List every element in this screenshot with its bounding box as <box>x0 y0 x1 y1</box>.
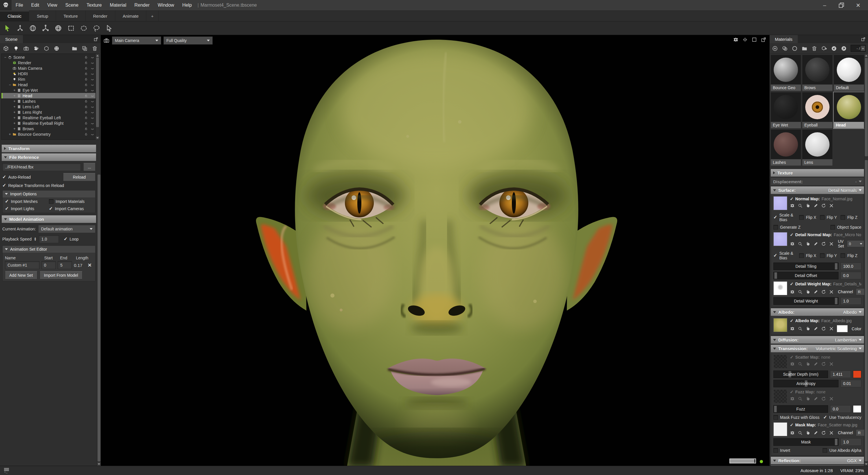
tool-rotate-icon[interactable] <box>28 23 38 33</box>
loop-checkbox[interactable]: ✓Loop <box>64 237 79 241</box>
minimize-button[interactable]: – <box>821 2 828 9</box>
tab-materials[interactable]: Materials <box>770 35 798 43</box>
lock-icon[interactable] <box>83 61 89 64</box>
tree-expander[interactable]: + <box>12 121 17 125</box>
map-thumbnail[interactable] <box>773 389 787 403</box>
slider-value-input[interactable]: 0.0 <box>840 272 861 279</box>
map-thumbnail[interactable] <box>773 232 787 246</box>
section-header-surface[interactable]: Surface:Detail Normals <box>771 186 864 194</box>
animation-end-input[interactable]: 5 <box>58 261 72 269</box>
menu-help[interactable]: Help <box>178 3 196 8</box>
lock-icon[interactable] <box>83 110 89 114</box>
menu-material[interactable]: Material <box>106 3 130 8</box>
lock-icon[interactable] <box>83 127 89 130</box>
lock-icon[interactable] <box>83 88 89 92</box>
tool-sphere-icon[interactable] <box>53 23 63 33</box>
map-thumbnail[interactable] <box>773 422 787 436</box>
reload-icon[interactable] <box>821 203 826 208</box>
clear-icon[interactable] <box>829 396 834 401</box>
section-header-transmission[interactable]: Transmission:Volumetric Scattering <box>771 345 864 352</box>
color-swatch[interactable] <box>853 405 861 413</box>
edit-icon[interactable] <box>813 396 818 401</box>
settings-icon[interactable] <box>790 431 795 435</box>
settings-icon[interactable] <box>790 290 795 294</box>
edit-icon[interactable] <box>813 431 818 435</box>
visibility-eye-icon[interactable] <box>89 72 95 76</box>
menu-view[interactable]: View <box>43 3 61 8</box>
section-mode-select[interactable]: Lambertian <box>835 337 862 343</box>
zoom-icon[interactable] <box>798 290 803 294</box>
clear-icon[interactable] <box>829 203 834 208</box>
import-options-header[interactable]: Import Options <box>3 190 95 198</box>
viewport-camera-select[interactable]: Main Camera <box>112 36 161 44</box>
section-header-displacement[interactable]: Displacement:- <box>771 178 864 185</box>
preview-sphere-icon[interactable] <box>806 326 810 331</box>
clear-icon[interactable] <box>829 241 834 246</box>
tree-item-scene[interactable]: −Scene <box>1 54 95 60</box>
file-path-input[interactable]: ../FBX/Head.fbx <box>2 163 81 171</box>
animation-name-input[interactable]: Custom #1 <box>5 261 40 269</box>
map-enabled-checkmark[interactable]: ✓ <box>790 422 794 427</box>
slider-detail-offset[interactable]: Detail Offset <box>773 272 838 279</box>
scroll-down-icon[interactable] <box>865 462 868 466</box>
panel-splitter[interactable] <box>0 140 101 144</box>
zoom-icon[interactable] <box>798 326 803 331</box>
mat-extract-icon[interactable] <box>821 46 827 52</box>
slider-value-input[interactable]: 0.0 <box>830 405 851 413</box>
section-mode-select[interactable]: GGX <box>847 458 862 463</box>
light-bulb-icon[interactable] <box>13 46 19 52</box>
button-add-new-set[interactable]: Add New Set <box>5 271 37 279</box>
console-icon[interactable]: ›_ <box>4 468 9 473</box>
map-enabled-checkmark[interactable]: ✓ <box>790 389 794 394</box>
tool-marquee-icon[interactable] <box>66 23 76 33</box>
tree-item-lens-left[interactable]: +Lens Left <box>1 104 95 110</box>
material-lashes[interactable]: Lashes <box>771 130 801 166</box>
filter-plus-button[interactable]: + <box>861 46 865 51</box>
browse-button[interactable]: ... <box>83 163 95 171</box>
viewport-gear-icon[interactable] <box>733 37 739 42</box>
tree-expander[interactable]: + <box>12 127 17 131</box>
model-animation-header[interactable]: Model Animation <box>2 215 96 223</box>
playback-speed-input[interactable]: 1.0 <box>39 235 59 243</box>
transform-header[interactable]: Transform <box>2 145 96 152</box>
zoom-icon[interactable] <box>798 431 803 435</box>
visibility-eye-icon[interactable] <box>89 61 95 64</box>
section-header-albedo[interactable]: Albedo:Albedo <box>771 308 864 316</box>
scroll-up-icon[interactable] <box>865 54 868 57</box>
section-mode-select[interactable]: Detail Normals <box>828 188 862 193</box>
lock-icon[interactable] <box>83 66 89 70</box>
tree-item-eye-wet[interactable]: +Eye Wet <box>1 87 95 93</box>
scene-tree-scrollbar[interactable] <box>95 54 99 140</box>
visibility-eye-icon[interactable] <box>89 132 95 136</box>
zoom-icon[interactable] <box>798 203 803 208</box>
tree-item-head[interactable]: −Head <box>1 82 95 87</box>
scroll-down-icon[interactable] <box>96 136 99 140</box>
visibility-eye-icon[interactable] <box>89 110 95 114</box>
current-animation-select[interactable]: Default animation <box>38 225 95 233</box>
visibility-eye-icon[interactable] <box>89 55 95 59</box>
color-swatch[interactable] <box>837 325 848 332</box>
lock-icon[interactable] <box>83 83 89 87</box>
clear-icon[interactable] <box>829 290 834 294</box>
folder-icon[interactable] <box>71 46 78 52</box>
mat-sphere-icon[interactable] <box>792 46 798 52</box>
tree-item-lashes[interactable]: +Lashes <box>1 98 95 104</box>
viewport-vp-max-icon[interactable] <box>751 37 757 42</box>
preview-sphere-icon[interactable] <box>806 396 810 401</box>
settings-icon[interactable] <box>790 203 795 208</box>
mesh-cube-icon[interactable] <box>3 46 9 52</box>
import-option-checkbox[interactable]: ✓Import Lights <box>5 206 49 211</box>
map-thumbnail[interactable] <box>773 318 787 332</box>
workspace-tab-classic[interactable]: Classic <box>0 11 29 21</box>
reload-icon[interactable] <box>821 241 826 246</box>
slider-handle[interactable] <box>835 439 838 445</box>
settings-icon[interactable] <box>790 361 795 366</box>
close-button[interactable]: ✕ <box>855 2 862 9</box>
popout-icon[interactable] <box>93 35 101 43</box>
mat-instance-icon[interactable] <box>782 46 788 52</box>
restore-button[interactable] <box>838 2 845 9</box>
checkbox-scale-bias[interactable]: ✓Scale & Bias <box>773 213 799 222</box>
lock-icon[interactable] <box>83 105 89 109</box>
tree-expander[interactable]: − <box>3 55 7 59</box>
checkbox-flip-y[interactable]: Flip Y <box>820 253 841 258</box>
